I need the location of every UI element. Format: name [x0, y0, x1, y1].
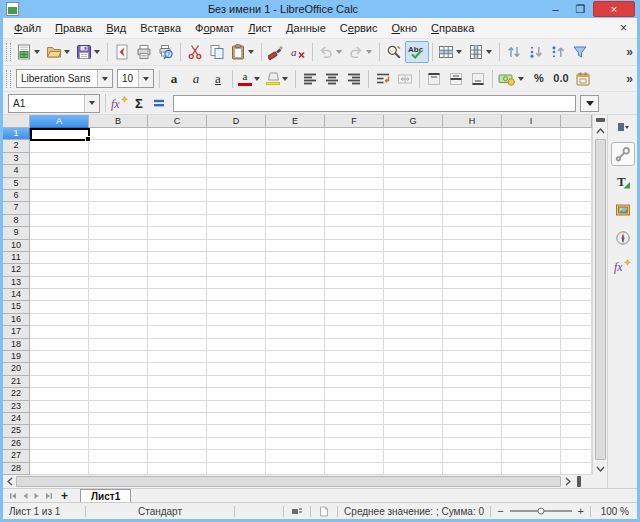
column-header-partial[interactable] [561, 115, 592, 128]
cell-f16[interactable] [325, 314, 384, 326]
cell-i4[interactable] [502, 165, 561, 177]
scroll-down-icon[interactable] [594, 462, 607, 475]
cell-a2[interactable] [30, 140, 89, 152]
cell-h10[interactable] [443, 240, 502, 252]
formula-input[interactable] [173, 95, 576, 112]
cell-f2[interactable] [325, 140, 384, 152]
cell-partial-6[interactable] [561, 190, 592, 202]
cell-partial-15[interactable] [561, 301, 592, 313]
cell-a25[interactable] [30, 425, 89, 437]
sidebar-tab-styles[interactable]: T [611, 170, 635, 194]
cell-c8[interactable] [148, 215, 207, 227]
cell-i19[interactable] [502, 351, 561, 363]
cell-a14[interactable] [30, 289, 89, 301]
cell-i23[interactable] [502, 401, 561, 413]
cell-b1[interactable] [89, 128, 148, 140]
cell-d8[interactable] [207, 215, 266, 227]
cell-c2[interactable] [148, 140, 207, 152]
cell-i12[interactable] [502, 264, 561, 276]
cell-g25[interactable] [384, 425, 443, 437]
cell-a8[interactable] [30, 215, 89, 227]
cell-d9[interactable] [207, 227, 266, 239]
cell-h11[interactable] [443, 252, 502, 264]
cell-c9[interactable] [148, 227, 207, 239]
cell-g15[interactable] [384, 301, 443, 313]
cell-c11[interactable] [148, 252, 207, 264]
cell-e7[interactable] [266, 202, 325, 214]
cell-h7[interactable] [443, 202, 502, 214]
cell-b27[interactable] [89, 450, 148, 462]
cell-i6[interactable] [502, 190, 561, 202]
cell-partial-17[interactable] [561, 326, 592, 338]
bold-button[interactable]: а [163, 68, 185, 90]
cell-c18[interactable] [148, 339, 207, 351]
cell-c1[interactable] [148, 128, 207, 140]
cell-partial-2[interactable] [561, 140, 592, 152]
row-header-4[interactable]: 4 [3, 165, 30, 177]
cell-f21[interactable] [325, 376, 384, 388]
cell-b10[interactable] [89, 240, 148, 252]
chevron-down-icon[interactable] [456, 50, 462, 54]
sort-ascending-button[interactable] [525, 41, 547, 63]
cell-c16[interactable] [148, 314, 207, 326]
cell-e13[interactable] [266, 277, 325, 289]
cell-b17[interactable] [89, 326, 148, 338]
cell-partial-23[interactable] [561, 401, 592, 413]
split-handle[interactable] [577, 476, 581, 487]
cell-a5[interactable] [30, 178, 89, 190]
chevron-down-icon[interactable] [248, 50, 254, 54]
chevron-down-icon[interactable] [366, 50, 372, 54]
find-replace-button[interactable] [383, 41, 405, 63]
align-vcenter-button[interactable] [445, 68, 467, 90]
cell-a4[interactable] [30, 165, 89, 177]
menu-данные[interactable]: Данные [279, 19, 333, 37]
zoom-knob[interactable] [537, 508, 544, 515]
cell-i14[interactable] [502, 289, 561, 301]
cell-g9[interactable] [384, 227, 443, 239]
cell-f23[interactable] [325, 401, 384, 413]
page-style-status[interactable]: Стандарт [86, 506, 234, 517]
cell-h14[interactable] [443, 289, 502, 301]
cell-i18[interactable] [502, 339, 561, 351]
function-wizard-button[interactable]: fx [109, 94, 129, 113]
cell-partial-11[interactable] [561, 252, 592, 264]
vertical-scroll-thumb[interactable] [595, 139, 606, 460]
cell-a1[interactable] [30, 128, 89, 140]
cell-h25[interactable] [443, 425, 502, 437]
cell-f3[interactable] [325, 153, 384, 165]
cell-e25[interactable] [266, 425, 325, 437]
cell-h21[interactable] [443, 376, 502, 388]
cell-h17[interactable] [443, 326, 502, 338]
cell-d14[interactable] [207, 289, 266, 301]
row-header-13[interactable]: 13 [3, 277, 30, 289]
cell-e21[interactable] [266, 376, 325, 388]
chevron-down-icon[interactable] [34, 50, 40, 54]
menu-лист[interactable]: Лист [241, 19, 279, 37]
cell-h1[interactable] [443, 128, 502, 140]
paste-button[interactable] [228, 41, 258, 63]
insert-row-button[interactable] [436, 41, 466, 63]
cell-partial-9[interactable] [561, 227, 592, 239]
row-header-9[interactable]: 9 [3, 227, 30, 239]
sum-button[interactable]: Σ [129, 94, 149, 113]
cell-partial-21[interactable] [561, 376, 592, 388]
cell-f14[interactable] [325, 289, 384, 301]
cell-g13[interactable] [384, 277, 443, 289]
cell-f13[interactable] [325, 277, 384, 289]
column-header-i[interactable]: I [502, 115, 561, 128]
cell-c14[interactable] [148, 289, 207, 301]
scroll-up-icon[interactable] [594, 124, 607, 137]
cell-c3[interactable] [148, 153, 207, 165]
cell-b8[interactable] [89, 215, 148, 227]
cell-e11[interactable] [266, 252, 325, 264]
cell-g17[interactable] [384, 326, 443, 338]
sidebar-tab-properties[interactable] [611, 142, 635, 166]
cell-partial-14[interactable] [561, 289, 592, 301]
cell-h2[interactable] [443, 140, 502, 152]
minimize-button[interactable]: – [543, 1, 568, 17]
highlight-color-button[interactable] [264, 68, 292, 90]
first-sheet-button[interactable] [7, 490, 19, 502]
cell-d2[interactable] [207, 140, 266, 152]
cell-partial-8[interactable] [561, 215, 592, 227]
cell-partial-10[interactable] [561, 240, 592, 252]
